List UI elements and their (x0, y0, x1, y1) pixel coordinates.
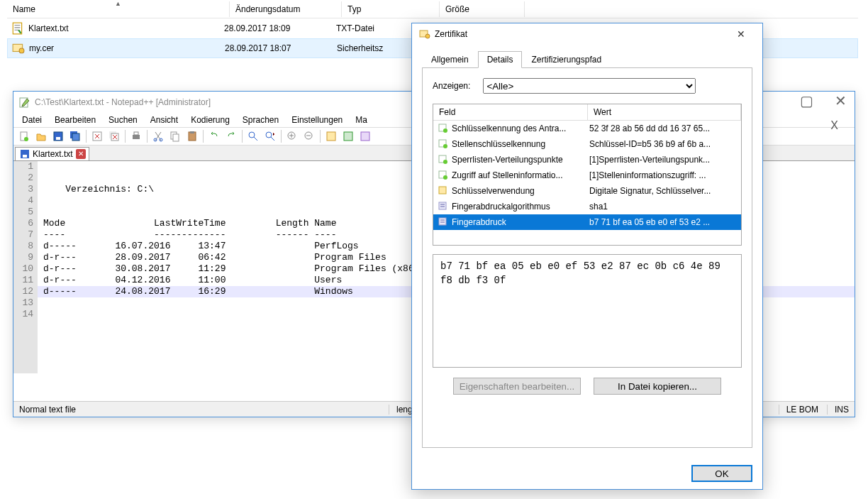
zoom-in-icon[interactable] (284, 128, 300, 144)
field-list: Feld Wert Schlüsselkennung des Antra...5… (433, 104, 742, 246)
menu-sprachen[interactable]: Sprachen (237, 114, 284, 126)
svg-rect-40 (439, 187, 446, 194)
field-rows[interactable]: Schlüsselkennung des Antra...52 3f 28 ab… (433, 121, 741, 241)
svg-point-31 (425, 34, 430, 38)
svg-rect-9 (72, 133, 79, 141)
svg-rect-27 (361, 132, 369, 141)
prop-icon (438, 216, 449, 228)
window-title: C:\Test\Klartext.txt - Notepad++ [Admini… (35, 97, 211, 107)
undo-icon[interactable] (206, 128, 222, 144)
indent-guide-icon[interactable] (357, 128, 373, 144)
menu-makros[interactable]: Ma (350, 114, 373, 126)
file-date: 28.09.2017 18:07 (225, 43, 337, 53)
field-row[interactable]: SchlüsselverwendungDigitale Signatur, Sc… (433, 183, 741, 199)
field-row[interactable]: Sperrlisten-Verteilungspunkte[1]Sperrlis… (433, 152, 741, 168)
copy-to-file-button[interactable]: In Datei kopieren... (594, 378, 721, 395)
notepadpp-icon (19, 97, 30, 108)
svg-rect-13 (133, 135, 140, 139)
field-value: Schlüssel-ID=b5 36 b9 af 6b a... (589, 139, 741, 149)
show-select[interactable]: <Alle> (483, 78, 696, 94)
close-all-icon[interactable] (106, 128, 122, 144)
redo-icon[interactable] (223, 128, 239, 144)
menu-datei[interactable]: Datei (16, 114, 48, 126)
field-value: [1]Sperrlisten-Verteilungspunk... (589, 155, 741, 165)
disk-icon (20, 149, 30, 159)
field-row[interactable]: Zugriff auf Stelleninformatio...[1]Stell… (433, 168, 741, 183)
field-row[interactable]: Fingerabdruckb7 71 bf ea 05 eb e0 ef 53 … (433, 214, 741, 230)
svg-point-16 (160, 138, 162, 141)
copy-icon[interactable] (167, 128, 183, 144)
tab-close-icon[interactable]: ✕ (76, 149, 86, 159)
ext-icon (438, 170, 449, 181)
svg-rect-41 (439, 202, 446, 209)
menu-ansicht[interactable]: Ansicht (145, 114, 184, 126)
menu-suchen[interactable]: Suchen (103, 114, 143, 126)
field-name: Zugriff auf Stelleninformatio... (452, 170, 589, 180)
svg-rect-20 (190, 131, 194, 133)
svg-point-15 (154, 138, 157, 141)
menu-bearbeiten[interactable]: Bearbeiten (49, 114, 101, 126)
tab-label: Klartext.txt (33, 149, 73, 159)
column-value[interactable]: Wert (588, 104, 741, 120)
ok-button[interactable]: OK (691, 465, 752, 482)
new-file-icon[interactable] (16, 128, 32, 144)
field-name: Fingerabdruck (452, 217, 589, 227)
menu-kodierung[interactable]: Kodierung (185, 114, 235, 126)
ext-icon (438, 138, 449, 150)
field-value: sha1 (589, 202, 741, 212)
details-panel: Anzeigen: <Alle> Feld Wert Schlüsselkenn… (422, 68, 752, 448)
show-label: Anzeigen: (433, 81, 470, 91)
edit-properties-button: Eigenschaften bearbeiten... (453, 378, 581, 395)
cert-file-icon (12, 42, 25, 55)
wordwrap-icon[interactable] (323, 128, 339, 144)
tab-general[interactable]: Allgemein (422, 51, 478, 68)
close-icon[interactable]: ✕ (835, 92, 847, 109)
file-name: Klartext.txt (28, 23, 69, 33)
status-encoding: LE BOM (779, 405, 818, 415)
file-tab[interactable]: Klartext.txt ✕ (15, 147, 89, 160)
svg-rect-18 (173, 134, 179, 141)
column-size[interactable]: Größe (440, 1, 525, 17)
svg-point-21 (249, 132, 255, 138)
column-date[interactable]: Änderungsdatum (230, 1, 342, 17)
save-icon[interactable] (50, 128, 66, 144)
field-value: Digitale Signatur, Schlüsselver... (589, 186, 741, 196)
line-gutter: 1234567891011121314 (13, 161, 38, 373)
column-name[interactable]: Name▲ (7, 1, 230, 17)
close-icon[interactable]: ✕ (727, 28, 755, 40)
zoom-out-icon[interactable] (301, 128, 317, 144)
tab-certpath[interactable]: Zertifizierungspfad (522, 51, 611, 68)
menu-einstellungen[interactable]: Einstellungen (286, 114, 348, 126)
replace-icon[interactable] (262, 128, 278, 144)
open-file-icon[interactable] (33, 128, 49, 144)
svg-point-35 (443, 144, 447, 148)
svg-rect-42 (439, 218, 446, 225)
dialog-tabs: Allgemein Details Zertifizierungspfad (422, 50, 752, 68)
status-lang: Normal text file (19, 405, 76, 415)
certificate-dialog: Zertifikat ✕ Allgemein Details Zertifizi… (411, 23, 763, 490)
dialog-title: Zertifikat (435, 29, 467, 39)
cut-icon[interactable] (150, 128, 166, 144)
svg-point-22 (266, 132, 272, 138)
field-row[interactable]: Fingerabdruckalgorithmussha1 (433, 199, 741, 214)
find-icon[interactable] (245, 128, 261, 144)
text-file-icon (11, 22, 24, 35)
field-row[interactable]: Schlüsselkennung des Antra...52 3f 28 ab… (433, 121, 741, 136)
close-file-icon[interactable] (89, 128, 105, 144)
field-detail[interactable]: b7 71 bf ea 05 eb e0 ef 53 e2 87 ec 0b c… (433, 254, 742, 368)
svg-rect-14 (134, 132, 138, 135)
svg-point-5 (24, 137, 28, 141)
explorer-column-headers: Name▲ Änderungsdatum Typ Größe (7, 0, 858, 18)
column-field[interactable]: Feld (433, 104, 588, 120)
column-type[interactable]: Typ (342, 1, 440, 17)
field-row[interactable]: StellenschlüsselkennungSchlüssel-ID=b5 3… (433, 136, 741, 152)
print-icon[interactable] (128, 128, 144, 144)
background-window-controls: ▢ ✕ (800, 92, 847, 109)
show-all-chars-icon[interactable] (340, 128, 356, 144)
maximize-icon[interactable]: ▢ (800, 92, 813, 109)
save-all-icon[interactable] (67, 128, 83, 144)
tab-details[interactable]: Details (478, 51, 523, 68)
field-value: [1]Stelleninformationszugriff: ... (589, 170, 741, 180)
field-name: Fingerabdruckalgorithmus (452, 202, 589, 212)
paste-icon[interactable] (184, 128, 200, 144)
